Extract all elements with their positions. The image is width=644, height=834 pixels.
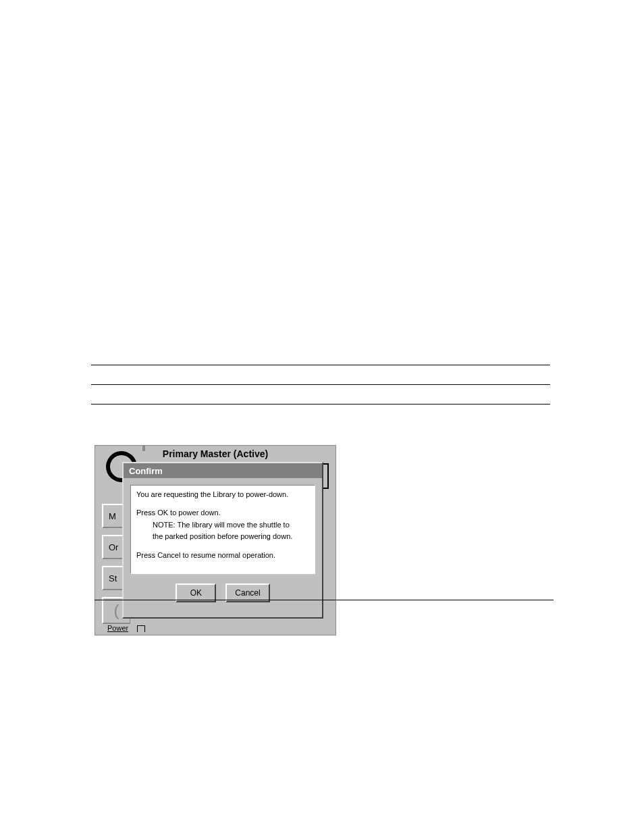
- message-text: Press Cancel to resume normal operation.: [136, 550, 309, 561]
- message-text: Press OK to power down.: [136, 508, 309, 518]
- window-title: Primary Master (Active): [163, 448, 268, 459]
- message-text: You are requesting the Library to power-…: [136, 490, 309, 500]
- message-text: NOTE: The library will move the shuttle …: [136, 520, 309, 530]
- tab-notch: [137, 625, 145, 632]
- power-label: Power: [107, 624, 128, 632]
- page-container: Primary Master (Active) M Or St Power Co…: [91, 365, 550, 635]
- dialog-message: You are requesting the Library to power-…: [130, 485, 315, 574]
- application-window: Primary Master (Active) M Or St Power Co…: [95, 445, 336, 635]
- dialog-body: You are requesting the Library to power-…: [124, 478, 322, 609]
- divider: [95, 600, 554, 600]
- dialog-titlebar: Confirm: [124, 463, 322, 478]
- dialog-title: Confirm: [129, 466, 163, 476]
- confirm-dialog: Confirm You are requesting the Library t…: [122, 462, 323, 619]
- divider: [91, 404, 550, 405]
- message-text: the parked position before powering down…: [136, 531, 309, 542]
